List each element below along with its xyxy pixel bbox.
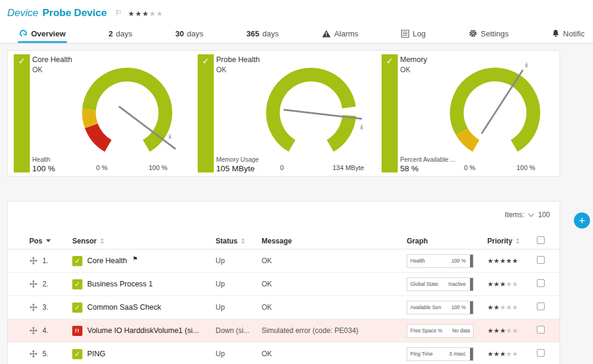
device-type-label: Device — [7, 7, 38, 19]
bell-icon — [552, 29, 560, 38]
tab-label: Overview — [31, 29, 66, 38]
row-checkbox[interactable] — [537, 279, 545, 287]
column-header-status[interactable]: Status — [216, 237, 262, 245]
core-health-gauge: x̄ — [60, 58, 198, 164]
overview-gauge-icon — [19, 29, 27, 38]
graph-label: Ping Time — [410, 351, 433, 357]
row-position: 2. — [42, 280, 48, 288]
graph-label: Available Sen — [410, 304, 441, 310]
move-handle-icon[interactable] — [29, 280, 38, 288]
select-all-checkbox[interactable] — [537, 236, 545, 244]
sensor-table: Pos Sensor Status Message — [8, 233, 560, 364]
move-handle-icon[interactable] — [29, 303, 38, 311]
priority-stars[interactable]: ★★★★★ — [487, 350, 537, 358]
tab-overview[interactable]: Overview — [18, 26, 67, 43]
mini-graph[interactable]: Available Sen 100 % — [407, 301, 474, 314]
tab-30-days[interactable]: 30 days — [174, 26, 205, 43]
gauge-title: Core Health — [32, 55, 72, 64]
row-checkbox[interactable] — [537, 349, 545, 357]
graph-value: No data — [452, 328, 470, 334]
tab-2-days[interactable]: 2 days — [107, 26, 134, 43]
table-row[interactable]: 1. ✓ Core Health ⚑ Up OK Health 100 % — [8, 249, 560, 273]
title-bar: Device Probe Device ⚐ ★★★★★ — [0, 0, 593, 26]
sensor-name-link[interactable]: Business Process 1 — [87, 280, 153, 288]
status-text: Up — [216, 257, 262, 265]
page-content: ✓ Core Health OK x̄ Health 100 % 0 — [0, 44, 593, 364]
mini-graph[interactable]: Ping Time 0 msec — [407, 347, 474, 361]
sensor-table-panel: Items: 100 Pos Sensor Status — [7, 201, 560, 364]
tab-log[interactable]: Log — [400, 26, 427, 43]
move-handle-icon[interactable] — [29, 326, 38, 335]
gauge-probe-health: ✓ Probe Health OK x̄ Memory Usage 105 MB… — [192, 51, 376, 176]
table-row[interactable]: 3. ✓ Common SaaS Check Up OK Available S… — [8, 296, 560, 319]
graph-live-marker — [470, 348, 473, 360]
check-icon: ✓ — [382, 56, 398, 66]
mini-graph[interactable]: Free Space % No data — [407, 324, 474, 338]
graph-value: Inactive — [448, 281, 466, 287]
row-checkbox[interactable] — [537, 256, 545, 264]
add-button[interactable]: + — [574, 212, 590, 229]
column-label: Message — [262, 237, 292, 245]
tab-alarms[interactable]: Alarms — [321, 26, 360, 43]
column-header-message[interactable]: Message — [262, 237, 407, 245]
mean-marker: x̄ — [168, 134, 171, 140]
priority-stars[interactable]: ★★★★★ — [487, 257, 537, 265]
status-ok-bar: ✓ — [198, 54, 214, 172]
graph-label: Health — [410, 258, 425, 264]
column-label: Pos — [29, 237, 42, 245]
memory-gauge: x̄ — [428, 58, 566, 164]
scale-max: 100 % — [517, 164, 535, 171]
column-header-sensor[interactable]: Sensor — [72, 237, 216, 245]
move-handle-icon[interactable] — [29, 350, 38, 358]
scale-max: 100 % — [149, 164, 167, 171]
metric-value: 58 % — [400, 164, 456, 173]
scale-min: 0 % — [96, 164, 107, 171]
sensor-name-link[interactable]: Volume IO HarddiskVolume1 (si... — [87, 326, 199, 335]
mean-marker: x̄ — [360, 124, 363, 131]
status-text: Up — [216, 280, 262, 288]
tab-settings[interactable]: Settings — [468, 26, 510, 43]
move-handle-icon[interactable] — [29, 257, 38, 265]
tab-number: 30 — [176, 29, 184, 38]
tab-label: Settings — [481, 29, 509, 38]
row-checkbox[interactable] — [537, 303, 545, 310]
tab-label: days — [262, 29, 278, 38]
table-row[interactable]: 5. ✓ PING Up OK Ping Time 0 msec — [8, 343, 560, 364]
gauge-needle — [482, 70, 523, 133]
column-header-pos[interactable]: Pos — [29, 237, 72, 245]
message-text: OK — [262, 350, 407, 358]
table-header: Pos Sensor Status Message — [8, 233, 560, 249]
gauge-status: OK — [400, 66, 427, 74]
priority-stars[interactable]: ★★★★★ — [487, 280, 537, 288]
device-rating[interactable]: ★★★★★ — [128, 8, 163, 18]
priority-stars[interactable]: ★★★★★ — [487, 326, 537, 335]
column-label: Sensor — [72, 237, 97, 245]
mini-graph[interactable]: Health 100 % — [407, 254, 474, 268]
select-all-cell — [537, 236, 561, 246]
mini-graph[interactable]: Global State Inactive — [407, 277, 474, 291]
items-count-dropdown[interactable]: Items: 100 — [505, 211, 550, 219]
flag-icon[interactable]: ⚐ — [115, 8, 122, 17]
tab-365-days[interactable]: 365 days — [245, 26, 279, 43]
priority-stars[interactable]: ★★★★★ — [487, 303, 537, 311]
row-position: 3. — [42, 303, 48, 311]
gauge-title: Memory — [400, 55, 427, 64]
table-row-alert[interactable]: 4. !! Volume IO HarddiskVolume1 (si... D… — [8, 319, 560, 343]
gauge-core-health: ✓ Core Health OK x̄ Health 100 % 0 — [8, 51, 192, 176]
sensor-ok-icon: ✓ — [72, 303, 82, 313]
graph-value: 100 % — [451, 258, 466, 264]
sensor-name-link[interactable]: PING — [87, 350, 106, 358]
row-checkbox[interactable] — [537, 326, 545, 334]
tab-notifications[interactable]: Notific — [551, 26, 586, 43]
row-position: 1. — [42, 257, 48, 265]
table-row[interactable]: 2. ✓ Business Process 1 Up OK Global Sta… — [8, 273, 560, 296]
sensor-name-link[interactable]: Common SaaS Check — [87, 303, 161, 311]
sensor-name-link[interactable]: Core Health — [87, 257, 127, 265]
page-title: Probe Device — [42, 7, 107, 19]
metric-label: Percent Available ... — [400, 156, 456, 163]
flag-icon: ⚑ — [133, 256, 138, 263]
status-ok-bar: ✓ — [14, 54, 30, 172]
tab-label: days — [116, 29, 132, 38]
mean-marker: x̄ — [525, 62, 528, 69]
column-header-priority[interactable]: Priority — [487, 237, 537, 245]
